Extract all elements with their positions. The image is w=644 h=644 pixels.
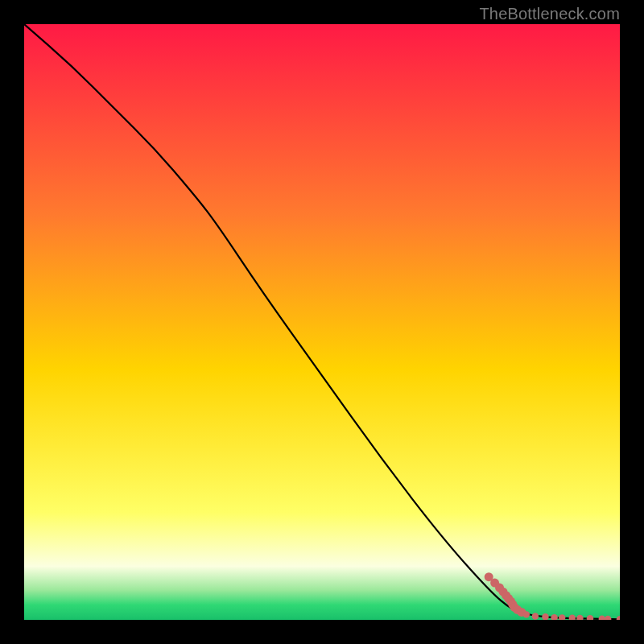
marker-dot xyxy=(617,616,620,620)
marker-dot xyxy=(576,615,583,620)
curve-line xyxy=(24,24,620,619)
chart-container: TheBottleneck.com xyxy=(0,0,644,644)
watermark-text: TheBottleneck.com xyxy=(479,5,620,23)
marker-dot xyxy=(551,614,557,620)
marker-group xyxy=(485,572,620,620)
marker-dot xyxy=(599,615,605,620)
chart-overlay-svg xyxy=(24,24,620,620)
plot-area xyxy=(24,24,620,620)
marker-dot xyxy=(587,615,593,620)
marker-dot xyxy=(542,613,548,620)
marker-dot xyxy=(605,616,611,620)
marker-dot xyxy=(532,613,539,619)
marker-dot xyxy=(523,611,530,617)
marker-dot xyxy=(569,615,576,620)
marker-dot xyxy=(559,614,565,620)
